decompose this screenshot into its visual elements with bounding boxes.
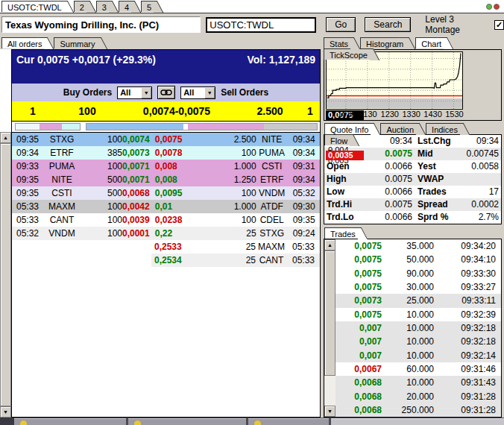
order-book-row[interactable]: 09:34ETRF3850,00730,0078100PUMA09:34 — [12, 146, 320, 160]
sell-filter-dropdown[interactable]: All — [180, 86, 215, 99]
tab-chart[interactable]: Chart — [415, 37, 445, 48]
tab-tickscope[interactable]: TickScope — [324, 48, 371, 60]
go-button[interactable]: Go — [326, 17, 356, 32]
scrollbar-track[interactable] — [324, 376, 336, 406]
taskbar-button[interactable] — [128, 418, 246, 425]
order-book-row[interactable]: 09:35CSTI5000,00680,0095100VNDM05:32 — [12, 186, 320, 200]
tab-summary[interactable]: Summary — [54, 37, 98, 48]
order-book-scrollbar[interactable]: ▲ ▼ — [0, 132, 11, 418]
quote-label: Trades — [412, 186, 462, 198]
bid-time: 05:33 — [12, 213, 43, 227]
chart-x-tick: 1330 — [401, 110, 422, 119]
ask-side[interactable]: 0,011.000ATDF09:30 — [152, 200, 321, 213]
quote-value: 0.0066 — [369, 186, 412, 198]
tab-quote-info[interactable]: Quote Info — [324, 123, 372, 134]
tab-trades[interactable]: Trades — [324, 227, 359, 239]
bid-side[interactable]: 09:35STXG1000,0074 — [12, 133, 152, 146]
ask-size: 25 — [195, 254, 256, 267]
trade-price: 0,007 — [336, 350, 382, 361]
order-book-row[interactable]: 05:32VNDM1000,00010,2225STXG09:24 — [12, 227, 320, 240]
quote-value: 0.0075 — [369, 148, 412, 160]
quote-value: 17 — [462, 186, 501, 198]
tab-all-orders[interactable]: All orders — [1, 37, 45, 48]
quote-label: Mid — [412, 148, 462, 160]
scrollbar-thumb[interactable] — [324, 251, 336, 376]
buy-filter-dropdown[interactable]: All — [117, 86, 152, 99]
bid-side[interactable] — [12, 240, 148, 254]
ask-side[interactable]: 0,0095100VNDM05:32 — [152, 186, 321, 200]
bid-side[interactable] — [12, 254, 148, 267]
scroll-down-icon[interactable]: ▼ — [324, 406, 336, 417]
scrollbar-thumb[interactable] — [0, 143, 11, 406]
trades-scrollbar[interactable]: ▲ ▼ — [324, 239, 336, 417]
symbol-input[interactable] — [206, 17, 316, 33]
quote-value: 0.0075 — [369, 173, 412, 186]
chart-tabs: StatsHistogramChartTickScope — [324, 37, 504, 60]
ask-side[interactable]: 0,0078100PUMA09:34 — [152, 146, 321, 160]
chevron-down-icon[interactable] — [204, 87, 215, 98]
order-book-row[interactable]: 09:33PUMA1000,00710,0081.000CSTI09:31 — [12, 160, 320, 173]
ask-side[interactable]: 0,0238100CDEL09:35 — [152, 213, 321, 227]
chevron-down-icon[interactable] — [141, 87, 151, 98]
ask-side[interactable]: 0,2225STXG09:24 — [152, 227, 321, 240]
ask-side[interactable]: 0,0081.000CSTI09:31 — [152, 160, 321, 173]
trades-panel: ▲ ▼ 0,007535.00009:34:200,007550.00009:3… — [324, 239, 502, 418]
taskbar-button[interactable] — [248, 418, 329, 425]
quote-label: High — [324, 173, 369, 186]
chart-x-axis: 103011301230133014301530 — [326, 110, 463, 119]
window-tab-4[interactable]: 4 — [119, 1, 133, 12]
trade-size: 10.000 — [382, 309, 434, 320]
ask-side[interactable]: 0,00752.500NITE09:34 — [152, 133, 321, 146]
chart-x-tick: 1030 — [336, 110, 357, 119]
ask-mmid: PUMA — [256, 146, 288, 160]
window-tab-2[interactable]: 2 — [74, 1, 88, 12]
scroll-up-icon[interactable]: ▲ — [324, 239, 336, 251]
bid-side[interactable]: 05:33MAXM1000,0042 — [12, 200, 152, 213]
ask-price: 0,008 — [152, 173, 195, 186]
title-row: Texas Wyoming Drilling, Inc. (PC) Go Sea… — [0, 13, 504, 36]
bid-side[interactable]: 05:32VNDM1000,0001 — [12, 227, 152, 240]
bid-size: 100 — [81, 200, 122, 213]
green-light-icon[interactable] — [486, 4, 492, 10]
ask-side[interactable]: 0,253325MAXM05:33 — [151, 240, 320, 254]
tab-auction[interactable]: Auction — [380, 123, 418, 134]
bid-side[interactable]: 09:35NITE5000,0071 — [12, 173, 152, 186]
level3-montage-checkbox[interactable] — [494, 20, 504, 30]
ask-side[interactable]: 0,0081.250ETRF09:34 — [152, 173, 321, 186]
window-tab-5[interactable]: 5 — [141, 1, 155, 12]
tab-indices[interactable]: Indices — [426, 123, 462, 134]
taskbar-button[interactable] — [14, 418, 126, 425]
bid-size: 500 — [81, 173, 122, 186]
order-book-row[interactable]: 05:33CANT1000,00390,0238100CDEL09:35 — [12, 213, 320, 227]
order-book-row[interactable]: 09:35STXG1000,00740,00752.500NITE09:34 — [12, 133, 320, 146]
order-book-row[interactable]: 0,253325MAXM05:33 — [12, 240, 320, 254]
ask-size: 1.000 — [195, 200, 256, 213]
scroll-down-icon[interactable]: ▼ — [0, 406, 11, 418]
order-book-row[interactable]: 05:33MAXM1000,00420,011.000ATDF09:30 — [12, 200, 320, 213]
trade-time: 09:33:27 — [434, 282, 501, 292]
window-tab-usotc-twdl[interactable]: USOTC:TWDL — [1, 1, 66, 12]
search-button[interactable]: Search — [365, 17, 411, 32]
bid-side[interactable]: 09:33PUMA1000,0071 — [12, 160, 152, 173]
bid-side[interactable]: 09:35CSTI5000,0068 — [12, 186, 152, 200]
scroll-up-icon[interactable]: ▲ — [0, 132, 11, 143]
quote-value: 2.7% — [462, 211, 501, 224]
main-area: Cur 0,0075 +0,0017 (+29.3%) Vol: 1,127,1… — [0, 49, 504, 418]
order-book-row[interactable]: 09:35NITE5000,00710,0081.250ETRF09:34 — [12, 173, 320, 186]
red-light-icon[interactable] — [494, 4, 500, 10]
ask-side[interactable]: 0,253425CANT05:33 — [151, 254, 320, 267]
bid-side[interactable]: 05:33CANT1000,0039 — [12, 213, 152, 227]
current-price-change: Cur 0,0075 +0,0017 (+29.3%) — [16, 54, 156, 84]
tab-stats[interactable]: Stats — [324, 37, 352, 48]
ask-mmid: STXG — [256, 227, 288, 240]
trade-time: 09:33:30 — [434, 268, 501, 279]
order-book-row[interactable]: 0,253425CANT05:33 — [12, 254, 320, 267]
bid-side[interactable]: 09:34ETRF3850,0073 — [12, 146, 152, 160]
link-filters-button[interactable] — [157, 86, 175, 99]
tab-histogram[interactable]: Histogram — [360, 37, 407, 48]
window-tab-3[interactable]: 3 — [96, 1, 110, 12]
tab-flow[interactable]: Flow — [324, 134, 351, 145]
bid-time: 09:33 — [12, 160, 43, 173]
ask-mmid: NITE — [256, 133, 288, 146]
ask-time: 09:24 — [288, 227, 321, 240]
